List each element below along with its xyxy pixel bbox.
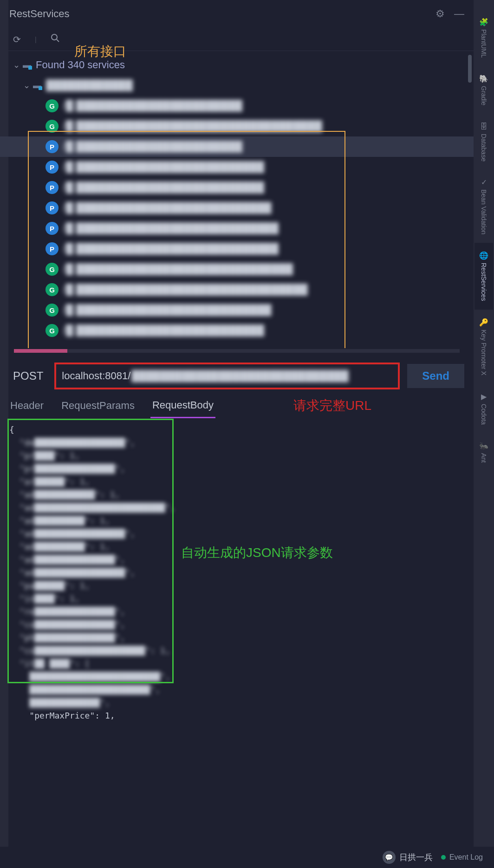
request-tabs: Header RequestParams RequestBody 请求完整URL (0, 393, 474, 419)
wechat-badge: 💬 日拱一兵 (383, 851, 433, 864)
get-badge-icon: G (46, 283, 58, 296)
refresh-icon[interactable]: ⟳ (13, 34, 21, 45)
post-badge-icon: P (46, 242, 58, 255)
endpoint-path: /█ ████████████████████████████ (63, 243, 279, 255)
panel-title: RestServices (9, 8, 70, 20)
post-badge-icon: P (46, 140, 58, 153)
tab-request-body[interactable]: RequestBody (150, 394, 215, 418)
horizontal-scrollbar[interactable] (14, 349, 460, 353)
database-icon: 🗄 (480, 123, 488, 131)
endpoint-row[interactable]: P/█ ███████████████████████████ (0, 198, 474, 218)
endpoint-row[interactable]: P/█ ██████████████████████████ (0, 157, 474, 177)
sidebar-item-restservices[interactable]: 🌐RestServices (474, 243, 493, 309)
send-button[interactable]: Send (407, 364, 464, 388)
tree-root[interactable]: ⌄ ▬ Found 340 services (0, 55, 474, 75)
endpoint-row[interactable]: G/█ ███████████████████████████ (0, 300, 474, 320)
endpoint-row[interactable]: G/█ ███████████████████████ (0, 96, 474, 116)
chevron-down-icon[interactable]: ⌄ (23, 80, 30, 91)
request-bar: POST localhost:8081/████████████████████… (0, 359, 474, 393)
endpoint-path: /█ ██████████████████████████████████ (63, 120, 322, 132)
codota-icon: ▶ (481, 392, 487, 401)
wechat-icon: 💬 (383, 851, 396, 864)
minimize-icon[interactable]: — (454, 8, 464, 20)
get-badge-icon: G (46, 99, 58, 112)
right-sidebar: 🧩PlantUML🐘Gradle🗄Database✓Bean Validatio… (474, 0, 494, 868)
sidebar-item-codota[interactable]: ▶Codota (475, 384, 492, 433)
endpoint-path: /█ ███████████████████████████ (63, 304, 272, 316)
post-badge-icon: P (46, 181, 58, 194)
toolbar: ⟳ | (0, 28, 474, 51)
ant-icon: 🐜 (479, 441, 488, 450)
chevron-down-icon[interactable]: ⌄ (13, 60, 20, 70)
gradle-icon: 🐘 (479, 74, 488, 83)
scrollbar-thumb[interactable] (468, 55, 472, 83)
plantuml-icon: 🧩 (479, 18, 488, 26)
endpoint-path: /█ ██████████████████████████ (63, 324, 264, 337)
post-badge-icon: P (46, 161, 58, 174)
tab-header[interactable]: Header (8, 394, 46, 417)
endpoint-row[interactable]: P/█ ████████████████████████████ (0, 218, 474, 239)
endpoint-path: /█ ██████████████████████████ (63, 181, 264, 194)
endpoint-row[interactable]: G/█ ████████████████████████████████ (0, 279, 474, 300)
svg-line-1 (57, 39, 59, 42)
endpoint-path: /█ ████████████████████████████████ (63, 284, 308, 296)
titlebar: RestServices ⚙ — (0, 0, 474, 28)
endpoint-path: /█ ███████████████████████ (63, 141, 242, 153)
endpoint-path: /█ ███████████████████████ (63, 100, 242, 112)
endpoint-row[interactable]: G/█ ██████████████████████████ (0, 320, 474, 341)
tab-request-params[interactable]: RequestParams (59, 394, 136, 417)
svg-point-0 (52, 34, 57, 40)
sidebar-item-plantuml[interactable]: 🧩PlantUML (474, 9, 493, 66)
status-bar: 💬 日拱一兵 Event Log (0, 847, 494, 868)
folder-icon: ▬ (33, 81, 42, 91)
event-log[interactable]: Event Log (441, 853, 483, 862)
get-badge-icon: G (46, 263, 58, 276)
sidebar-item-bean-validation[interactable]: ✓Bean Validation (475, 169, 492, 243)
sidebar-item-gradle[interactable]: 🐘Gradle (474, 66, 493, 114)
restservices-icon: 🌐 (479, 251, 488, 260)
annotation-request-url: 请求完整URL (293, 397, 371, 415)
sidebar-item-ant[interactable]: 🐜Ant (474, 433, 493, 471)
gear-icon[interactable]: ⚙ (436, 8, 445, 20)
endpoint-row[interactable]: G/█ ██████████████████████████████ (0, 259, 474, 279)
search-icon[interactable] (51, 33, 60, 45)
endpoint-path: /█ ██████████████████████████████ (63, 263, 293, 275)
annotation-all-interfaces: 所有接口 (74, 43, 126, 60)
service-tree[interactable]: ⌄ ▬ Found 340 services ⌄ ▬ ████████████ … (0, 51, 474, 348)
endpoint-path: /█ ████████████████████████████ (63, 222, 279, 234)
tree-module-label: ████████████ (46, 79, 133, 91)
endpoint-row[interactable]: P/█ ███████████████████████ (0, 136, 474, 157)
sidebar-item-database[interactable]: 🗄Database (475, 114, 492, 170)
endpoint-path: /█ ██████████████████████████ (63, 161, 264, 173)
bean-validation-icon: ✓ (481, 178, 487, 187)
tree-root-label: Found 340 services (36, 59, 125, 71)
endpoint-row[interactable]: G/█ ██████████████████████████████████ (0, 116, 474, 136)
json-body-text[interactable]: { "de██████████████████", "pr████": 1, "… (9, 423, 464, 722)
post-badge-icon: P (46, 201, 58, 214)
tree-module[interactable]: ⌄ ▬ ████████████ (0, 75, 474, 96)
status-dot-icon (441, 855, 446, 860)
get-badge-icon: G (46, 120, 58, 133)
url-input[interactable]: localhost:8081/█████████████████████████… (54, 363, 400, 389)
get-badge-icon: G (46, 304, 58, 317)
folder-icon: ▬ (23, 60, 32, 70)
endpoint-row[interactable]: P/█ ██████████████████████████ (0, 177, 474, 198)
endpoint-row[interactable]: P/█ ████████████████████████████ (0, 239, 474, 259)
endpoint-path: /█ ███████████████████████████ (63, 202, 272, 214)
request-body-area[interactable]: 自动生成的JSON请求参数 { "de██████████████████", … (0, 419, 474, 868)
sidebar-item-key-promoter-x[interactable]: 🔑Key Promoter X (474, 310, 493, 384)
key-promoter-x-icon: 🔑 (479, 318, 488, 327)
get-badge-icon: G (46, 324, 58, 337)
http-method: POST (9, 369, 47, 382)
post-badge-icon: P (46, 222, 58, 235)
